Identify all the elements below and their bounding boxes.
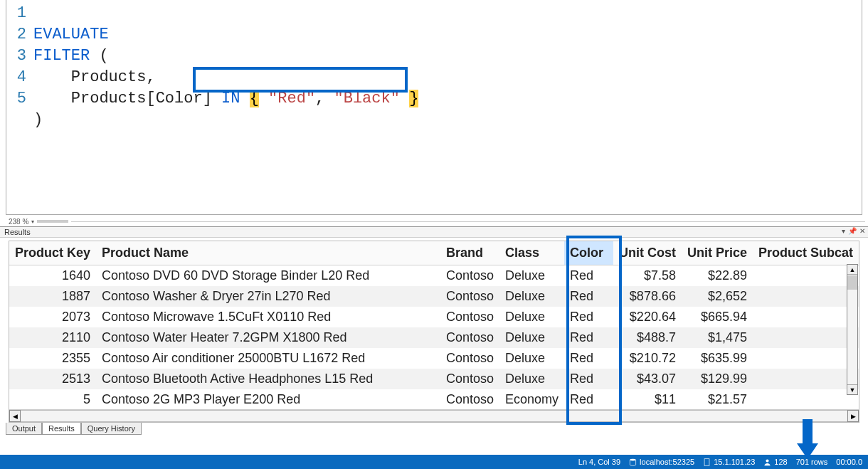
paren-close: )	[33, 111, 43, 129]
panel-pin-icon[interactable]: 📌	[848, 227, 857, 235]
zoom-slider[interactable]	[37, 220, 68, 223]
column-header-product_key[interactable]: Product Key	[9, 241, 96, 265]
column-header-product_name[interactable]: Product Name	[96, 241, 440, 265]
code-content[interactable]: EVALUATE FILTER ( Products, Products[Col…	[33, 3, 862, 131]
cell-class: Deluxe	[499, 327, 564, 348]
cell-unit_cost: $210.72	[613, 348, 682, 369]
column-header-class[interactable]: Class	[499, 241, 564, 265]
database-icon	[629, 458, 637, 466]
cell-product_key: 2513	[9, 369, 96, 389]
panel-title: Results	[4, 228, 31, 236]
cell-color: Red	[564, 389, 613, 409]
tab-results[interactable]: Results	[42, 423, 81, 435]
cell-color: Red	[564, 265, 613, 287]
server-name: localhost:52325	[640, 458, 694, 466]
table-row[interactable]: 2355Contoso Air conditioner 25000BTU L16…	[9, 348, 859, 369]
table-ref: Products	[71, 68, 147, 86]
column-header-product_subcat[interactable]: Product Subcat	[753, 241, 859, 265]
cell-color: Red	[564, 307, 613, 327]
cell-brand: Contoso	[440, 265, 499, 287]
line-number: 4	[6, 67, 26, 88]
cell-brand: Contoso	[440, 389, 499, 409]
cell-class: Deluxe	[499, 286, 564, 307]
zoom-strip[interactable]: 238 % ▾	[0, 215, 868, 226]
scroll-down-button[interactable]: ▼	[847, 384, 857, 394]
cell-product_subcat	[753, 307, 859, 327]
string-literal: "Red"	[268, 90, 315, 107]
column-header-unit_cost[interactable]: Unit Cost	[613, 241, 682, 265]
bottom-tabs: Output Results Query History	[6, 423, 868, 435]
cell-unit_cost: $878.66	[613, 286, 682, 307]
line-number: 5	[6, 88, 26, 110]
vertical-scrollbar[interactable]: ▲ ▼	[847, 264, 858, 395]
column-header-unit_price[interactable]: Unit Price	[682, 241, 753, 265]
string-literal: "Black"	[334, 90, 400, 107]
cell-color: Red	[564, 369, 613, 389]
cell-unit_price: $22.89	[682, 265, 753, 287]
cell-brand: Contoso	[440, 286, 499, 307]
results-table[interactable]: Product KeyProduct NameBrandClassColorUn…	[9, 241, 859, 409]
svg-point-2	[766, 459, 769, 462]
cell-class: Deluxe	[499, 348, 564, 369]
scroll-right-button[interactable]: ▶	[847, 410, 859, 422]
table-row[interactable]: 2110Contoso Water Heater 7.2GPM X1800 Re…	[9, 327, 859, 348]
table-row[interactable]: 2073Contoso Microwave 1.5CuFt X0110 RedC…	[9, 307, 859, 327]
elapsed-time: 00:00.0	[836, 458, 862, 466]
cell-product_name: Contoso Bluetooth Active Headphones L15 …	[96, 369, 440, 389]
cell-color: Red	[564, 348, 613, 369]
horizontal-scrollbar[interactable]: ◀ ▶	[9, 409, 859, 422]
table-row[interactable]: 1887Contoso Washer & Dryer 27in L270 Red…	[9, 286, 859, 307]
column-header-brand[interactable]: Brand	[440, 241, 499, 265]
code-editor[interactable]: 1 2 3 4 5 EVALUATE FILTER ( Products, Pr…	[6, 0, 862, 215]
paren-open: (	[99, 47, 108, 65]
scroll-left-button[interactable]: ◀	[9, 410, 21, 422]
cell-product_subcat	[753, 369, 859, 389]
panel-menu-icon[interactable]: ▾	[842, 227, 845, 235]
cell-unit_cost: $220.64	[613, 307, 682, 327]
table-row[interactable]: 2513Contoso Bluetooth Active Headphones …	[9, 369, 859, 389]
cell-class: Economy	[499, 389, 564, 409]
cell-unit_price: $1,475	[682, 327, 753, 348]
scroll-track[interactable]	[21, 410, 847, 422]
divider	[71, 221, 865, 222]
cell-unit_cost: $7.58	[613, 265, 682, 287]
cell-product_subcat	[753, 389, 859, 409]
zoom-dropdown-icon[interactable]: ▾	[31, 218, 34, 225]
line-number: 1	[6, 3, 26, 24]
line-gutter: 1 2 3 4 5	[6, 3, 31, 110]
table-row[interactable]: 5Contoso 2G MP3 Player E200 RedContosoEc…	[9, 389, 859, 409]
cell-class: Deluxe	[499, 369, 564, 389]
cell-unit_price: $635.99	[682, 348, 753, 369]
cell-unit_cost: $11	[613, 389, 682, 409]
cursor-position: Ln 4, Col 39	[578, 458, 620, 466]
scroll-up-button[interactable]: ▲	[847, 265, 857, 275]
cell-product_key: 1640	[9, 265, 96, 287]
doc-icon	[703, 458, 711, 466]
table-header-row: Product KeyProduct NameBrandClassColorUn…	[9, 241, 859, 265]
tab-output[interactable]: Output	[6, 423, 42, 435]
panel-close-icon[interactable]: ✕	[859, 227, 865, 235]
cell-color: Red	[564, 327, 613, 348]
column-ref: Products[Color]	[71, 90, 212, 107]
cell-product_key: 2073	[9, 307, 96, 327]
cell-brand: Contoso	[440, 369, 499, 389]
cell-brand: Contoso	[440, 348, 499, 369]
scroll-thumb[interactable]	[847, 275, 857, 290]
column-header-color[interactable]: Color	[564, 241, 613, 265]
tab-query-history[interactable]: Query History	[81, 423, 142, 435]
in-keyword: IN	[221, 90, 240, 107]
brace-close: }	[409, 90, 418, 107]
line-number: 3	[6, 46, 26, 67]
cell-unit_cost: $488.7	[613, 327, 682, 348]
cell-unit_price: $2,652	[682, 286, 753, 307]
row-count: 701 rows	[796, 458, 828, 466]
cell-unit_price: $665.94	[682, 307, 753, 327]
cell-product_name: Contoso 2G MP3 Player E200 Red	[96, 389, 440, 409]
comma: ,	[146, 68, 155, 86]
table-row[interactable]: 1640Contoso DVD 60 DVD Storage Binder L2…	[9, 265, 859, 287]
results-panel-header: Results ▾ 📌 ✕	[0, 226, 868, 238]
cell-product_key: 1887	[9, 286, 96, 307]
cell-product_name: Contoso DVD 60 DVD Storage Binder L20 Re…	[96, 265, 440, 287]
results-grid-pane: Product KeyProduct NameBrandClassColorUn…	[9, 241, 859, 423]
cell-unit_cost: $43.07	[613, 369, 682, 389]
